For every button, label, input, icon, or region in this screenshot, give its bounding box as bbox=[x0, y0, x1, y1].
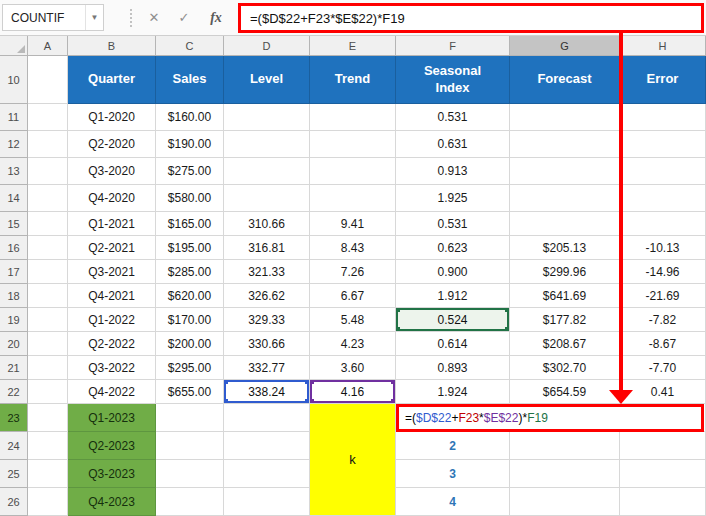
cell-A12[interactable] bbox=[28, 131, 68, 158]
column-header-G[interactable]: G bbox=[510, 36, 620, 56]
selection-handle[interactable] bbox=[224, 380, 228, 384]
cell-B15[interactable]: Q1-2021 bbox=[68, 212, 156, 236]
selection-handle[interactable] bbox=[396, 327, 400, 332]
cell-D22[interactable]: 338.24 bbox=[224, 380, 310, 404]
cell-F10[interactable]: Seasonal Index bbox=[396, 56, 510, 104]
cell-G14[interactable] bbox=[510, 185, 620, 212]
cell-H13[interactable] bbox=[620, 158, 706, 185]
cell-C12[interactable]: $190.00 bbox=[156, 131, 224, 158]
cell-G16[interactable]: $205.13 bbox=[510, 236, 620, 260]
cell-C22[interactable]: $655.00 bbox=[156, 380, 224, 404]
cell-B24[interactable]: Q2-2023 bbox=[68, 432, 156, 460]
cell-F19[interactable]: 0.524 bbox=[396, 308, 510, 332]
cell-A24[interactable] bbox=[28, 432, 68, 460]
cell-D24[interactable] bbox=[224, 432, 310, 460]
cell-E13[interactable] bbox=[310, 158, 396, 185]
cell-H10[interactable]: Error bbox=[620, 56, 706, 104]
formula-bar-input[interactable]: =($D$22+F23*$E$22)*F19 bbox=[238, 3, 704, 33]
cell-C25[interactable] bbox=[156, 460, 224, 488]
cell-D18[interactable]: 326.62 bbox=[224, 284, 310, 308]
cancel-icon[interactable]: ✕ bbox=[140, 4, 168, 31]
cell-D10[interactable]: Level bbox=[224, 56, 310, 104]
cell-F22[interactable]: 1.924 bbox=[396, 380, 510, 404]
row-header-12[interactable]: 12 bbox=[0, 131, 28, 158]
cell-B14[interactable]: Q4-2020 bbox=[68, 185, 156, 212]
cell-G19[interactable]: $177.82 bbox=[510, 308, 620, 332]
cell-H26[interactable] bbox=[620, 488, 706, 516]
cell-F18[interactable]: 1.912 bbox=[396, 284, 510, 308]
cell-B20[interactable]: Q2-2022 bbox=[68, 332, 156, 356]
cell-E23-merged-k[interactable]: k bbox=[310, 404, 396, 516]
cell-H20[interactable]: -8.67 bbox=[620, 332, 706, 356]
row-header-22[interactable]: 22 bbox=[0, 380, 28, 404]
cell-E20[interactable]: 4.23 bbox=[310, 332, 396, 356]
row-header-16[interactable]: 16 bbox=[0, 236, 28, 260]
cell-E12[interactable] bbox=[310, 131, 396, 158]
cell-A13[interactable] bbox=[28, 158, 68, 185]
cell-B16[interactable]: Q2-2021 bbox=[68, 236, 156, 260]
cell-G21[interactable]: $302.70 bbox=[510, 356, 620, 380]
row-header-15[interactable]: 15 bbox=[0, 212, 28, 236]
cell-C15[interactable]: $165.00 bbox=[156, 212, 224, 236]
cell-B10[interactable]: Quarter bbox=[68, 56, 156, 104]
cell-A26[interactable] bbox=[28, 488, 68, 516]
row-header-20[interactable]: 20 bbox=[0, 332, 28, 356]
cell-F13[interactable]: 0.913 bbox=[396, 158, 510, 185]
cell-B11[interactable]: Q1-2020 bbox=[68, 104, 156, 131]
cell-E17[interactable]: 7.26 bbox=[310, 260, 396, 284]
cell-G13[interactable] bbox=[510, 158, 620, 185]
cell-C13[interactable]: $275.00 bbox=[156, 158, 224, 185]
cell-A11[interactable] bbox=[28, 104, 68, 131]
cell-D21[interactable]: 332.77 bbox=[224, 356, 310, 380]
column-header-C[interactable]: C bbox=[156, 36, 224, 56]
cell-B23[interactable]: Q1-2023 bbox=[68, 404, 156, 432]
cell-G22[interactable]: $654.59 bbox=[510, 380, 620, 404]
cell-A16[interactable] bbox=[28, 236, 68, 260]
cell-A19[interactable] bbox=[28, 308, 68, 332]
cell-A17[interactable] bbox=[28, 260, 68, 284]
cell-H25[interactable] bbox=[620, 460, 706, 488]
column-header-B[interactable]: B bbox=[68, 36, 156, 56]
insert-function-icon[interactable]: fx bbox=[202, 4, 230, 31]
row-header-11[interactable]: 11 bbox=[0, 104, 28, 131]
cell-H12[interactable] bbox=[620, 131, 706, 158]
cell-A14[interactable] bbox=[28, 185, 68, 212]
cell-E14[interactable] bbox=[310, 185, 396, 212]
row-header-19[interactable]: 19 bbox=[0, 308, 28, 332]
cell-B21[interactable]: Q3-2022 bbox=[68, 356, 156, 380]
cell-F23-formula[interactable]: =($D$22+F23*$E$22)*F19 bbox=[396, 404, 704, 432]
cell-E16[interactable]: 8.43 bbox=[310, 236, 396, 260]
cell-A23[interactable] bbox=[28, 404, 68, 432]
cell-B17[interactable]: Q3-2021 bbox=[68, 260, 156, 284]
column-header-D[interactable]: D bbox=[224, 36, 310, 56]
cell-A18[interactable] bbox=[28, 284, 68, 308]
cell-C24[interactable] bbox=[156, 432, 224, 460]
row-header-13[interactable]: 13 bbox=[0, 158, 28, 185]
cell-H11[interactable] bbox=[620, 104, 706, 131]
cell-D13[interactable] bbox=[224, 158, 310, 185]
cell-C18[interactable]: $620.00 bbox=[156, 284, 224, 308]
cell-E18[interactable]: 6.67 bbox=[310, 284, 396, 308]
cell-E10[interactable]: Trend bbox=[310, 56, 396, 104]
name-box[interactable]: COUNTIF ▼ bbox=[2, 4, 104, 31]
row-header-26[interactable]: 26 bbox=[0, 488, 28, 516]
cell-H15[interactable] bbox=[620, 212, 706, 236]
selection-handle[interactable] bbox=[505, 308, 510, 312]
cell-F24[interactable]: 2 bbox=[396, 432, 510, 460]
cell-E22[interactable]: 4.16 bbox=[310, 380, 396, 404]
row-header-23[interactable]: 23 bbox=[0, 404, 28, 432]
row-header-10[interactable]: 10 bbox=[0, 56, 28, 104]
cell-C16[interactable]: $195.00 bbox=[156, 236, 224, 260]
cell-C19[interactable]: $170.00 bbox=[156, 308, 224, 332]
cell-D23[interactable] bbox=[224, 404, 310, 432]
cell-B12[interactable]: Q2-2020 bbox=[68, 131, 156, 158]
row-header-21[interactable]: 21 bbox=[0, 356, 28, 380]
cell-E21[interactable]: 3.60 bbox=[310, 356, 396, 380]
cell-C11[interactable]: $160.00 bbox=[156, 104, 224, 131]
cell-B19[interactable]: Q1-2022 bbox=[68, 308, 156, 332]
cell-G11[interactable] bbox=[510, 104, 620, 131]
cell-B18[interactable]: Q4-2021 bbox=[68, 284, 156, 308]
column-header-A[interactable]: A bbox=[28, 36, 68, 56]
cell-A21[interactable] bbox=[28, 356, 68, 380]
cell-H19[interactable]: -7.82 bbox=[620, 308, 706, 332]
